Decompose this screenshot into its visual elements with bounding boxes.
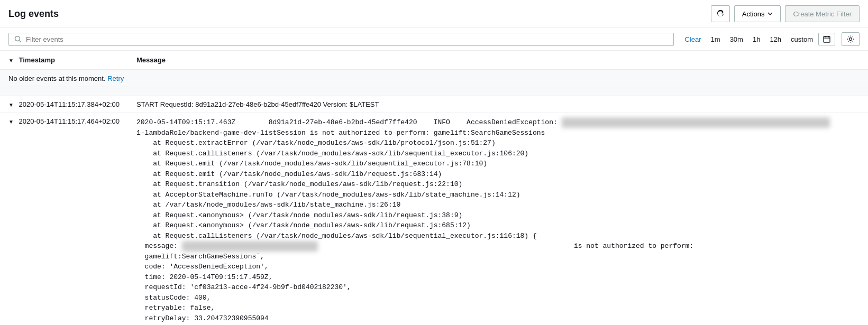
table-row: ▼ 2020-05-14T11:15:17.464+02:00 2020-05-… bbox=[0, 113, 868, 326]
svg-point-6 bbox=[849, 38, 852, 41]
actions-label: Actions bbox=[742, 10, 765, 18]
clear-button[interactable]: Clear bbox=[680, 33, 705, 45]
message-cell: START RequestId: 8d91a21d-27eb-48e6-b2bd… bbox=[128, 96, 868, 113]
log-table: ▼ Timestamp Message No older events at t… bbox=[0, 51, 868, 325]
timestamp-value: 2020-05-14T11:15:17.464+02:00 bbox=[19, 117, 120, 125]
table-row: ▼ 2020-05-14T11:15:17.384+02:00 START Re… bbox=[0, 96, 868, 113]
custom-button[interactable]: custom bbox=[787, 33, 817, 45]
page-title: Log events bbox=[8, 8, 59, 20]
redacted-text-2: xxxxxxxxxxxxxxxxxxxxxxxxxxxxxxxxx bbox=[182, 241, 318, 252]
refresh-icon bbox=[717, 10, 724, 18]
filter-input-wrap bbox=[8, 33, 674, 46]
top-bar-actions: Actions Create Metric Filter bbox=[711, 5, 860, 22]
message-cell: 2020-05-14T09:15:17.463Z 8d91a21d-27eb-4… bbox=[128, 113, 868, 326]
timestamp-cell: ▼ 2020-05-14T11:15:17.464+02:00 bbox=[0, 113, 128, 326]
30m-button[interactable]: 30m bbox=[726, 33, 747, 45]
svg-rect-2 bbox=[824, 36, 830, 42]
redacted-text: xxxxxxxxxxxxxxxxxxxxxxxxxxxxxxxxxxxxxxxx… bbox=[562, 117, 830, 128]
col-message-header: Message bbox=[128, 51, 868, 70]
row-expand-chevron[interactable]: ▼ bbox=[8, 102, 14, 108]
message-header-label: Message bbox=[136, 56, 166, 64]
no-older-text: No older events at this moment. Retry bbox=[0, 70, 868, 87]
timestamp-value: 2020-05-14T11:15:17.384+02:00 bbox=[19, 100, 120, 108]
col-timestamp-header: ▼ Timestamp bbox=[0, 51, 128, 70]
table-header-row: ▼ Timestamp Message bbox=[0, 51, 868, 70]
12h-button[interactable]: 12h bbox=[765, 33, 785, 45]
timestamp-cell: ▼ 2020-05-14T11:15:17.384+02:00 bbox=[0, 96, 128, 113]
1h-button[interactable]: 1h bbox=[748, 33, 764, 45]
svg-point-0 bbox=[15, 36, 20, 41]
svg-line-1 bbox=[20, 41, 22, 43]
timestamp-sort-chevron[interactable]: ▼ bbox=[8, 58, 14, 63]
timestamp-header-label: Timestamp bbox=[19, 56, 55, 64]
table-container: ▼ Timestamp Message No older events at t… bbox=[0, 51, 868, 325]
time-controls: Clear 1m 30m 1h 12h custom bbox=[680, 33, 835, 45]
retry-link[interactable]: Retry bbox=[107, 75, 124, 82]
search-icon bbox=[14, 35, 22, 43]
calendar-button[interactable] bbox=[818, 33, 835, 45]
actions-button[interactable]: Actions bbox=[734, 5, 781, 22]
refresh-button[interactable] bbox=[711, 5, 730, 22]
create-metric-button[interactable]: Create Metric Filter bbox=[785, 5, 860, 22]
1m-button[interactable]: 1m bbox=[707, 33, 725, 45]
no-older-events-row: No older events at this moment. Retry bbox=[0, 70, 868, 87]
gear-icon bbox=[846, 35, 855, 43]
calendar-icon bbox=[823, 35, 830, 43]
settings-button[interactable] bbox=[842, 32, 860, 46]
filter-bar: Clear 1m 30m 1h 12h custom bbox=[0, 28, 868, 51]
chevron-down-icon bbox=[768, 11, 773, 16]
top-bar: Log events Actions Create Metric Filter bbox=[0, 0, 868, 28]
filter-input[interactable] bbox=[26, 35, 668, 43]
row-expand-chevron[interactable]: ▼ bbox=[8, 119, 14, 125]
